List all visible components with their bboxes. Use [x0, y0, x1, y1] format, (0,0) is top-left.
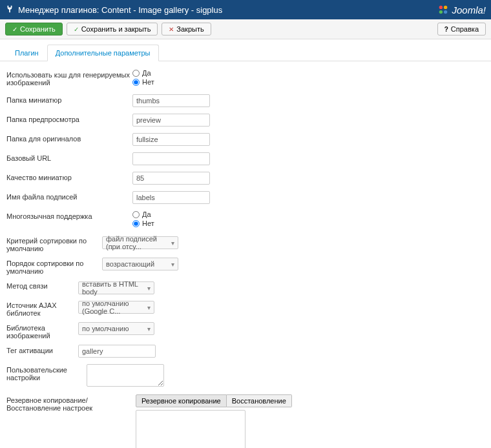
svg-point-3 [444, 10, 447, 14]
use-cache-yes[interactable]: Да [132, 69, 154, 77]
close-button[interactable]: Закрыть [162, 23, 211, 36]
brand-text: Joomla! [452, 5, 486, 15]
label-use-cache: Использовать кэш для генерируемых изобра… [6, 69, 132, 87]
close-icon [169, 25, 174, 33]
svg-point-2 [439, 10, 443, 14]
multilang-yes[interactable]: Да [132, 210, 154, 218]
base-url-input[interactable] [132, 152, 210, 165]
label-activation-tag: Тег активации [6, 345, 78, 354]
label-labels-file: Имя файла подписей [6, 191, 132, 201]
multilang-no[interactable]: Нет [132, 219, 154, 227]
check-icon [74, 25, 79, 33]
joomla-logo: Joomla! [437, 4, 486, 15]
toolbar: Сохранить Сохранить и закрыть Закрыть Сп… [0, 19, 491, 39]
use-cache-radio-group: Да Нет [132, 69, 154, 86]
title-left: Менеджер плагинов: Content - Image galle… [5, 5, 222, 15]
backup-button[interactable]: Резервное копирование [136, 394, 227, 407]
sort-criterion-select[interactable]: файл подписей (при отсу... [102, 236, 178, 249]
svg-point-0 [439, 6, 443, 9]
tab-advanced[interactable]: Дополнительные параметры [47, 45, 159, 61]
thumb-quality-input[interactable] [132, 172, 210, 185]
save-close-button[interactable]: Сохранить и закрыть [67, 23, 158, 36]
label-sort-criterion: Критерий сортировки по умолчанию [6, 235, 102, 252]
page-title: Менеджер плагинов: Content - Image galle… [18, 5, 222, 15]
ajax-source-select[interactable]: по умолчанию (Google C... [78, 301, 154, 314]
check-icon [12, 25, 17, 33]
title-bar: Менеджер плагинов: Content - Image galle… [0, 0, 491, 19]
label-linkage: Метод связи [6, 280, 78, 290]
backup-restore-group: Резервное копирование Восстановление [136, 394, 292, 407]
tab-plugin[interactable]: Плагин [6, 45, 47, 61]
activation-tag-input[interactable] [78, 345, 156, 358]
help-icon [444, 25, 448, 33]
label-ajax-source: Источник AJAX библиотек [6, 300, 78, 317]
tabs: Плагин Дополнительные параметры [0, 45, 491, 61]
svg-point-1 [444, 6, 447, 9]
sort-order-select[interactable]: возрастающий [102, 258, 178, 270]
restore-button[interactable]: Восстановление [227, 394, 292, 407]
thumb-folder-input[interactable] [132, 94, 210, 107]
label-preview-folder: Папка предпросмотра [6, 114, 132, 123]
labels-file-input[interactable] [132, 191, 210, 204]
label-multilang: Многоязычная поддержка [6, 210, 132, 220]
label-thumb-quality: Качество миниатюр [6, 172, 132, 181]
use-cache-no[interactable]: Нет [132, 78, 154, 86]
label-thumb-folder: Папка миниатюр [6, 94, 132, 104]
fullsize-folder-input[interactable] [132, 133, 210, 146]
linkage-select[interactable]: вставить в HTML body [78, 281, 154, 294]
label-backup: Резервное копирование/Восстановление нас… [6, 394, 136, 412]
backup-textarea[interactable] [136, 410, 245, 448]
label-user-settings: Пользовательские настройки [6, 364, 87, 382]
label-img-library: Библиотека изображений [6, 322, 78, 340]
preview-folder-input[interactable] [132, 114, 210, 127]
img-library-select[interactable]: по умолчанию [78, 322, 154, 335]
multilang-radio-group: Да Нет [132, 210, 154, 227]
label-sort-order: Порядок сортировки по умолчанию [6, 258, 102, 275]
toolbar-left: Сохранить Сохранить и закрыть Закрыть [5, 23, 211, 36]
help-button[interactable]: Справка [437, 23, 486, 36]
plug-icon [5, 5, 14, 15]
form-content: Использовать кэш для генерируемых изобра… [0, 61, 491, 448]
label-base-url: Базовый URL [6, 152, 132, 162]
user-settings-textarea[interactable] [87, 364, 164, 387]
label-fullsize-folder: Папка для оригиналов [6, 133, 132, 143]
save-button[interactable]: Сохранить [5, 23, 63, 36]
